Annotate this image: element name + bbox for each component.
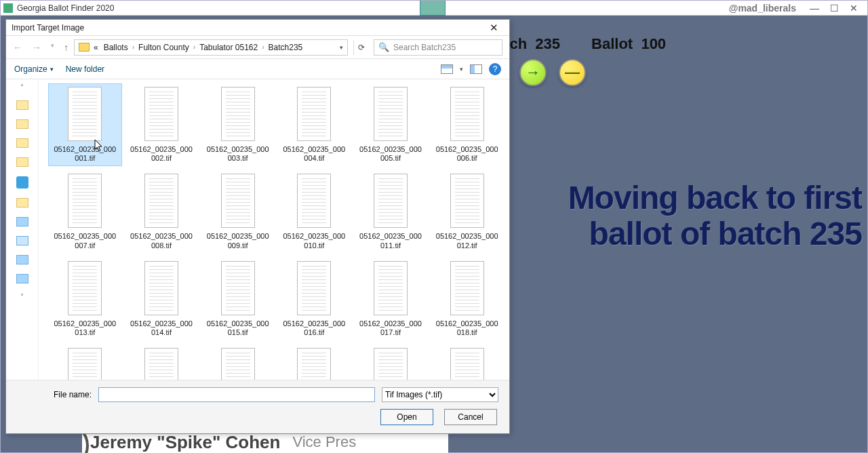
maximize-button[interactable]: ☐ xyxy=(830,3,839,14)
drive-icon[interactable] xyxy=(16,255,28,264)
file-thumbnail xyxy=(374,261,408,315)
back-button[interactable]: ← xyxy=(13,42,22,53)
recent-dropdown[interactable]: ▾ xyxy=(51,42,54,53)
file-name: 05162_00235_000 009.tif xyxy=(207,232,269,250)
file-item[interactable]: 05162_00235_000 024.tif xyxy=(430,344,504,380)
folder-icon[interactable] xyxy=(16,157,28,167)
quick-access-icon[interactable] xyxy=(16,100,28,110)
breadcrumb-dropdown[interactable]: ▾ xyxy=(340,44,343,51)
file-thumbnail xyxy=(374,348,408,380)
close-button[interactable]: ✕ xyxy=(850,3,858,14)
nav-back-forward: ← → ▾ ↑ xyxy=(13,42,68,53)
file-item[interactable]: 05162_00235_000 007.tif xyxy=(48,170,122,253)
open-button[interactable]: Open xyxy=(380,409,433,425)
overlay-line2: ballot of batch 235 xyxy=(462,216,862,252)
collapse-icon[interactable]: ˄ xyxy=(20,83,24,91)
window-controls: — ☐ ✕ xyxy=(810,3,865,14)
file-item[interactable]: 05162_00235_000 004.tif xyxy=(277,83,351,166)
view-mode-button[interactable] xyxy=(441,64,453,74)
file-item[interactable]: 05162_00235_000 008.tif xyxy=(125,170,199,253)
next-button[interactable]: → xyxy=(519,59,547,86)
tab-decoration xyxy=(420,1,446,16)
forward-button[interactable]: → xyxy=(32,42,41,53)
file-name: 05162_00235_000 004.tif xyxy=(283,145,345,163)
folder-icon xyxy=(79,43,90,52)
file-item[interactable]: 05162_00235_000 015.tif xyxy=(201,258,275,340)
file-item[interactable]: 05162_00235_000 006.tif xyxy=(430,83,504,166)
file-item[interactable]: 05162_00235_000 021.tif xyxy=(201,344,275,380)
cancel-button[interactable]: Cancel xyxy=(444,409,497,425)
folder-icon[interactable] xyxy=(16,198,28,208)
preview-pane-button[interactable] xyxy=(470,64,482,74)
new-folder-button[interactable]: New folder xyxy=(66,64,104,74)
file-item[interactable]: 05162_00235_000 002.tif xyxy=(125,83,199,166)
file-name: 05162_00235_000 003.tif xyxy=(207,145,269,163)
dialog-footer: File name: Tif Images (*.tif) Open Cance… xyxy=(6,380,509,433)
organize-menu[interactable]: Organize ▾ xyxy=(14,64,54,74)
search-box[interactable]: 🔍 Search Batch235 xyxy=(374,39,502,56)
file-item[interactable]: 05162_00235_000 003.tif xyxy=(201,83,275,166)
file-name: 05162_00235_000 013.tif xyxy=(54,319,116,337)
file-name: 05162_00235_000 017.tif xyxy=(359,319,422,337)
file-item[interactable]: 05162_00235_000 020.tif xyxy=(125,344,199,380)
file-item[interactable]: 05162_00235_000 009.tif xyxy=(201,170,275,253)
file-thumbnail xyxy=(221,87,255,141)
file-item[interactable]: 05162_00235_000 001.tif xyxy=(48,83,122,166)
file-name: 05162_00235_000 012.tif xyxy=(436,232,498,250)
file-name: 05162_00235_000 016.tif xyxy=(283,319,345,337)
folder-icon[interactable] xyxy=(16,138,28,148)
file-thumbnail xyxy=(374,87,408,141)
chevron-right-icon: › xyxy=(132,43,134,51)
dialog-close-button[interactable]: ✕ xyxy=(484,22,504,34)
file-thumbnail xyxy=(297,174,331,228)
breadcrumb[interactable]: « Ballots › Fulton County › Tabulator 05… xyxy=(74,39,348,56)
file-item[interactable]: 05162_00235_000 018.tif xyxy=(430,258,504,340)
file-name: 05162_00235_000 011.tif xyxy=(359,232,422,250)
file-item[interactable]: 05162_00235_000 014.tif xyxy=(125,258,199,340)
file-item[interactable]: 05162_00235_000 017.tif xyxy=(354,258,428,340)
file-thumbnail xyxy=(450,87,484,141)
file-item[interactable]: 05162_00235_000 016.tif xyxy=(277,258,351,340)
crumb-tabulator[interactable]: Tabulator 05162 xyxy=(198,43,259,52)
file-item[interactable]: 05162_00235_000 011.tif xyxy=(354,170,428,253)
file-item[interactable]: 05162_00235_000 010.tif xyxy=(277,170,351,253)
file-name: 05162_00235_000 007.tif xyxy=(54,232,116,250)
crumb-batch[interactable]: Batch235 xyxy=(267,43,304,52)
filetype-select[interactable]: Tif Images (*.tif) xyxy=(382,387,498,402)
help-icon[interactable]: ? xyxy=(489,63,501,75)
filename-input[interactable] xyxy=(98,387,375,402)
onedrive-icon[interactable] xyxy=(16,176,28,189)
drive-icon[interactable] xyxy=(16,274,28,283)
chevron-right-icon: › xyxy=(262,43,264,51)
file-item[interactable]: 05162_00235_000 022.tif xyxy=(277,344,351,380)
file-grid[interactable]: 05162_00235_000 001.tif05162_00235_000 0… xyxy=(39,79,509,380)
remove-button[interactable]: — xyxy=(559,59,586,86)
file-thumbnail xyxy=(221,348,255,380)
folder-icon[interactable] xyxy=(16,119,28,129)
file-name: 05162_00235_000 002.tif xyxy=(130,145,193,163)
file-item[interactable]: 05162_00235_000 023.tif xyxy=(354,344,428,380)
expand-icon[interactable]: ˅ xyxy=(20,293,24,300)
search-placeholder: Search Batch235 xyxy=(393,43,456,52)
overlay-caption: Moving back to first ballot of batch 235 xyxy=(462,180,862,252)
view-mode-dropdown[interactable]: ▾ xyxy=(460,66,463,73)
file-item[interactable]: 05162_00235_000 005.tif xyxy=(354,83,428,166)
file-item[interactable]: 05162_00235_000 019.tif xyxy=(48,344,122,380)
file-item[interactable]: 05162_00235_000 013.tif xyxy=(48,258,122,340)
monitor-icon[interactable] xyxy=(16,236,28,245)
crumb-prefix[interactable]: « xyxy=(92,43,100,52)
crumb-county[interactable]: Fulton County xyxy=(137,43,191,52)
file-thumbnail xyxy=(68,87,102,141)
file-item[interactable]: 05162_00235_000 012.tif xyxy=(430,170,504,253)
dialog-title: Import Target Image xyxy=(12,23,484,33)
file-thumbnail xyxy=(144,261,178,315)
file-name: 05162_00235_000 018.tif xyxy=(436,319,498,337)
this-pc-icon[interactable] xyxy=(16,217,28,226)
file-thumbnail xyxy=(297,261,331,315)
file-thumbnail xyxy=(450,261,484,315)
crumb-ballots[interactable]: Ballots xyxy=(102,43,130,52)
up-button[interactable]: ↑ xyxy=(64,42,68,53)
ballot-group: Ballot 100 xyxy=(591,35,666,53)
refresh-button[interactable]: ⟳ xyxy=(353,40,368,55)
minimize-button[interactable]: — xyxy=(810,3,819,14)
